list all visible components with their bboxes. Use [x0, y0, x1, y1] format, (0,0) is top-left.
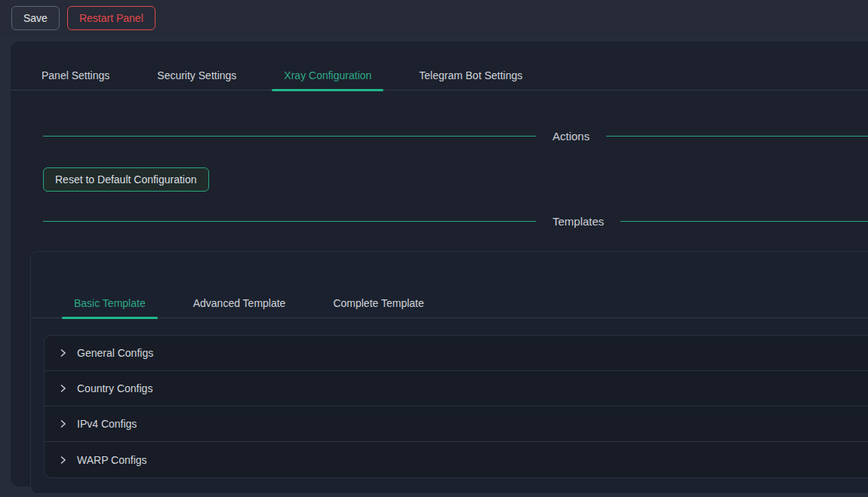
tab-advanced-template[interactable]: Advanced Template	[181, 288, 298, 318]
tab-xray-configuration[interactable]: Xray Configuration	[272, 60, 383, 90]
collapse-item-label: Country Configs	[77, 382, 152, 394]
config-collapse-list: General Configs Country Configs IPv4 Con…	[44, 335, 868, 478]
collapse-item-label: WARP Configs	[77, 454, 147, 466]
tab-basic-template[interactable]: Basic Template	[62, 288, 158, 318]
save-button[interactable]: Save	[11, 6, 60, 30]
top-action-bar: Save Restart Panel	[0, 0, 868, 36]
chevron-right-icon	[58, 348, 67, 357]
actions-section-title: Actions	[536, 130, 606, 143]
chevron-right-icon	[58, 384, 67, 393]
restart-panel-button[interactable]: Restart Panel	[67, 6, 155, 30]
templates-card: Basic Template Advanced Template Complet…	[30, 251, 868, 494]
templates-section-title: Templates	[536, 215, 620, 228]
collapse-item-label: General Configs	[77, 347, 153, 359]
tab-panel-settings[interactable]: Panel Settings	[29, 60, 122, 90]
collapse-warp-configs[interactable]: WARP Configs	[45, 442, 868, 477]
template-tab-bar: Basic Template Advanced Template Complet…	[31, 288, 868, 318]
actions-row: Reset to Default Configuration	[43, 167, 868, 192]
collapse-country-configs[interactable]: Country Configs	[45, 371, 868, 406]
collapse-ipv4-configs[interactable]: IPv4 Configs	[45, 406, 868, 442]
templates-section-divider: Templates	[43, 215, 868, 228]
tab-complete-template[interactable]: Complete Template	[321, 288, 436, 318]
chevron-right-icon	[58, 456, 67, 465]
settings-tab-bar: Panel Settings Security Settings Xray Co…	[11, 60, 868, 91]
settings-card: Panel Settings Security Settings Xray Co…	[11, 41, 868, 486]
chevron-right-icon	[58, 419, 67, 428]
tab-security-settings[interactable]: Security Settings	[145, 60, 248, 90]
actions-section-divider: Actions	[43, 130, 868, 143]
collapse-item-label: IPv4 Configs	[77, 418, 137, 430]
reset-default-config-button[interactable]: Reset to Default Configuration	[43, 167, 209, 192]
tab-telegram-bot-settings[interactable]: Telegram Bot Settings	[407, 60, 534, 90]
collapse-general-configs[interactable]: General Configs	[45, 336, 868, 371]
